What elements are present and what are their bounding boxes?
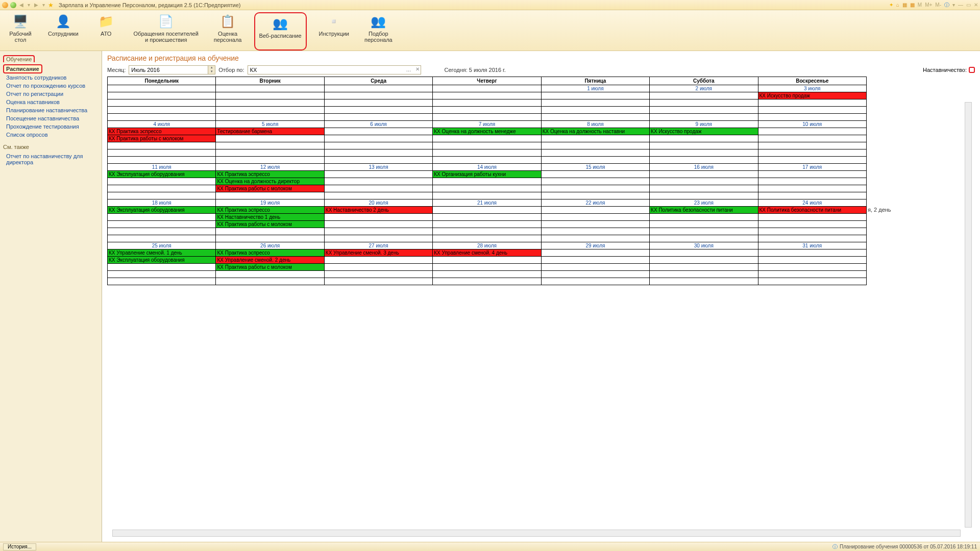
empty-cell[interactable] (650, 157, 758, 164)
empty-cell[interactable] (216, 192, 324, 199)
date-cell[interactable] (324, 85, 432, 92)
date-cell[interactable]: 15 июля (541, 164, 649, 171)
event-cell[interactable]: КХ Искусство продаж (758, 92, 866, 99)
m-plus[interactable]: M+ (925, 2, 932, 8)
empty-cell[interactable] (324, 135, 432, 142)
empty-cell[interactable] (650, 99, 758, 107)
empty-cell[interactable] (324, 185, 432, 192)
empty-cell[interactable] (758, 107, 866, 114)
empty-cell[interactable] (108, 157, 216, 164)
empty-cell[interactable] (324, 157, 432, 164)
sidebar-link[interactable]: Отчет по регистрации (3, 90, 99, 98)
empty-cell[interactable] (433, 99, 541, 107)
empty-cell[interactable] (650, 257, 758, 264)
empty-cell[interactable] (433, 142, 541, 149)
empty-cell[interactable] (541, 264, 649, 271)
empty-cell[interactable] (650, 107, 758, 114)
empty-cell[interactable] (216, 135, 324, 142)
empty-cell[interactable] (433, 107, 541, 114)
empty-cell[interactable] (433, 207, 541, 214)
empty-cell[interactable] (433, 192, 541, 199)
date-cell[interactable]: 28 июля (433, 242, 541, 249)
event-cell[interactable]: КХ Практика работы с молоком (216, 185, 324, 192)
event-cell[interactable]: КХ Искусство продаж (650, 128, 758, 135)
empty-cell[interactable] (541, 257, 649, 264)
empty-cell[interactable] (324, 257, 432, 264)
empty-cell[interactable] (324, 107, 432, 114)
event-cell[interactable]: КХ Оценка на должность директор (216, 178, 324, 185)
date-cell[interactable]: 24 июля (758, 199, 866, 207)
empty-cell[interactable] (324, 228, 432, 235)
forward-icon[interactable]: ▶ (33, 2, 39, 8)
month-input[interactable]: Июль 2016 ▲▼ (129, 65, 215, 74)
event-cell[interactable]: КХ Практика работы с молоком (216, 264, 324, 271)
event-cell[interactable]: КХ Наставничество 2 день (324, 207, 432, 214)
empty-cell[interactable] (108, 114, 216, 121)
event-cell[interactable]: КХ Эксплуатация оборудования (108, 171, 216, 178)
date-cell[interactable]: 30 июля (650, 242, 758, 249)
event-cell[interactable]: КХ Практика эспрессо (108, 128, 216, 135)
empty-cell[interactable] (216, 99, 324, 107)
toolbar-ato[interactable]: 📁АТО (91, 12, 121, 51)
spin-down-icon[interactable]: ▼ (208, 70, 215, 74)
empty-cell[interactable] (541, 278, 649, 285)
empty-cell[interactable] (650, 278, 758, 285)
empty-cell[interactable] (650, 235, 758, 242)
empty-cell[interactable] (541, 178, 649, 185)
filter-clear-icon[interactable]: ✕ (415, 66, 420, 72)
empty-cell[interactable] (650, 264, 758, 271)
empty-cell[interactable] (758, 249, 866, 257)
empty-cell[interactable] (216, 271, 324, 278)
empty-cell[interactable] (108, 149, 216, 157)
date-cell[interactable]: 17 июля (758, 164, 866, 171)
event-cell[interactable]: Тестирование бармена (216, 128, 324, 135)
date-cell[interactable] (108, 85, 216, 92)
date-cell[interactable]: 29 июля (541, 242, 649, 249)
empty-cell[interactable] (433, 135, 541, 142)
date-cell[interactable]: 4 июля (108, 121, 216, 128)
toolbar-employees[interactable]: 👤Сотрудники (45, 12, 82, 51)
date-cell[interactable]: 31 июля (758, 242, 866, 249)
empty-cell[interactable] (541, 192, 649, 199)
sidebar-link[interactable]: Расписание (3, 64, 42, 73)
empty-cell[interactable] (108, 235, 216, 242)
event-cell[interactable]: КХ Политика безопасности питани (758, 207, 866, 214)
empty-cell[interactable] (108, 271, 216, 278)
empty-cell[interactable] (650, 178, 758, 185)
empty-cell[interactable] (216, 114, 324, 121)
sidebar-link[interactable]: Отчет по наставничеству для директора (3, 152, 99, 166)
date-cell[interactable]: 7 июля (433, 121, 541, 128)
empty-cell[interactable] (758, 149, 866, 157)
empty-cell[interactable] (758, 178, 866, 185)
empty-cell[interactable] (324, 278, 432, 285)
empty-cell[interactable] (433, 149, 541, 157)
empty-cell[interactable] (433, 235, 541, 242)
date-cell[interactable]: 9 июля (650, 121, 758, 128)
empty-cell[interactable] (650, 171, 758, 178)
calendar-icon[interactable]: ▦ (910, 2, 915, 8)
date-cell[interactable]: 3 июля (758, 85, 866, 92)
empty-cell[interactable] (108, 185, 216, 192)
empty-cell[interactable] (650, 271, 758, 278)
empty-cell[interactable] (324, 99, 432, 107)
date-cell[interactable]: 2 июля (650, 85, 758, 92)
date-cell[interactable]: 6 июля (324, 121, 432, 128)
close-icon[interactable]: ✕ (974, 2, 978, 8)
event-cell[interactable]: КХ Эксплуатация оборудования (108, 207, 216, 214)
info-icon[interactable]: ⓘ (944, 2, 949, 9)
empty-cell[interactable] (758, 114, 866, 121)
empty-cell[interactable] (433, 264, 541, 271)
event-cell[interactable]: КХ Практика эспрессо (216, 249, 324, 257)
empty-cell[interactable] (324, 128, 432, 135)
app-icon[interactable] (2, 2, 8, 8)
empty-cell[interactable] (541, 221, 649, 228)
spin-up-icon[interactable]: ▲ (208, 66, 215, 70)
sidebar-link[interactable]: Занятость сотрудников (3, 73, 99, 82)
empty-cell[interactable] (216, 142, 324, 149)
empty-cell[interactable] (108, 221, 216, 228)
empty-cell[interactable] (324, 221, 432, 228)
empty-cell[interactable] (650, 192, 758, 199)
empty-cell[interactable] (108, 92, 216, 99)
empty-cell[interactable] (324, 92, 432, 99)
empty-cell[interactable] (758, 185, 866, 192)
